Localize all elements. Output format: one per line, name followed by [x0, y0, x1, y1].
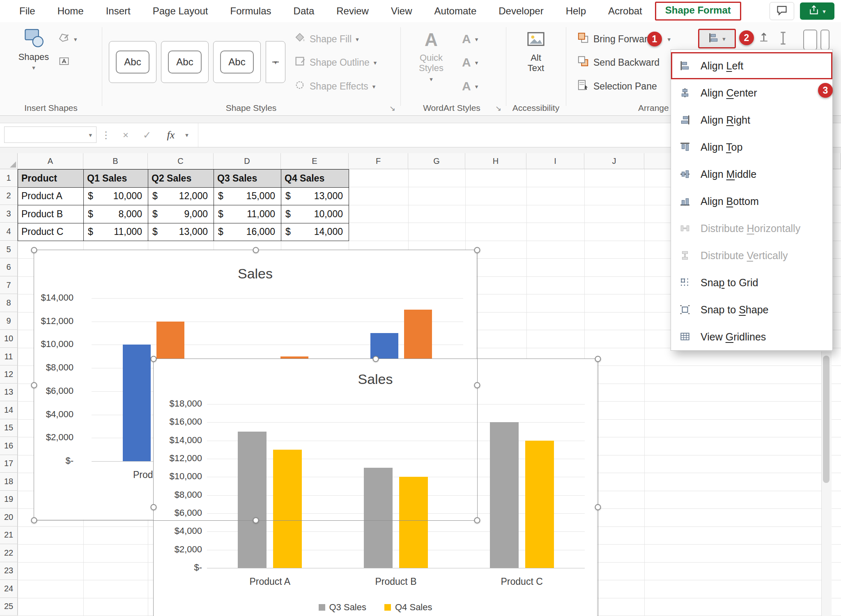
alt-text-button[interactable]: Alt Text [515, 30, 556, 74]
size-width-control[interactable] [820, 30, 830, 50]
size-height-control[interactable] [803, 30, 817, 50]
shapes-button[interactable]: Shapes ▾ [15, 27, 53, 71]
tab-shape-format[interactable]: Shape Format [655, 2, 741, 21]
shape-fill-button[interactable]: Shape Fill ▾ [294, 31, 359, 47]
column-header-I[interactable]: I [526, 153, 584, 169]
text-effects-button[interactable]: A ▾ [462, 78, 478, 94]
row-header-21[interactable]: 21 [0, 526, 18, 544]
tab-review[interactable]: Review [325, 0, 380, 22]
insert-function-button[interactable]: fx [162, 123, 180, 147]
row-header-19[interactable]: 19 [0, 491, 18, 508]
row-header-5[interactable]: 5 [0, 241, 18, 258]
cell-a4[interactable]: Product C [18, 223, 84, 241]
cell-b2[interactable]: $10,000 [84, 188, 148, 206]
column-header-C[interactable]: C [148, 153, 214, 169]
tab-help[interactable]: Help [555, 0, 597, 22]
name-box[interactable]: ▾ [4, 126, 97, 143]
cell-b4[interactable]: $11,000 [84, 223, 148, 241]
tab-automate[interactable]: Automate [423, 0, 488, 22]
column-header-J[interactable]: J [584, 153, 644, 169]
column-header-A[interactable]: A [18, 153, 83, 169]
cell-e1[interactable]: Q4 Sales [281, 170, 349, 188]
edit-shape-button[interactable]: ▾ [57, 31, 77, 47]
dialog-launcher-icon[interactable]: ↘ [389, 104, 395, 113]
cell-d2[interactable]: $15,000 [214, 188, 281, 206]
select-all-corner[interactable] [0, 153, 18, 169]
row-header-7[interactable]: 7 [0, 276, 18, 294]
tab-file[interactable]: File [8, 0, 46, 22]
row-header-9[interactable]: 9 [0, 312, 18, 330]
text-outline-button[interactable]: A ▾ [462, 55, 478, 70]
column-header-G[interactable]: G [408, 153, 465, 169]
chevron-down-icon[interactable]: ▾ [181, 123, 193, 147]
cell-c1[interactable]: Q2 Sales [148, 170, 214, 188]
cell-c2[interactable]: $12,000 [148, 188, 214, 206]
rotate-button[interactable] [758, 30, 770, 46]
cell-e3[interactable]: $10,000 [281, 205, 349, 223]
comments-button[interactable] [770, 2, 794, 20]
cell-b3[interactable]: $8,000 [84, 205, 148, 223]
row-header-8[interactable]: 8 [0, 294, 18, 312]
menu-item-align-middle[interactable]: Align Middle [671, 161, 832, 188]
menu-item-distribute-horizontally[interactable]: Distribute Horizontally [671, 215, 832, 242]
row-header-24[interactable]: 24 [0, 580, 18, 598]
row-header-23[interactable]: 23 [0, 562, 18, 580]
row-header-20[interactable]: 20 [0, 508, 18, 526]
column-header-B[interactable]: B [83, 153, 148, 169]
cell-d4[interactable]: $16,000 [214, 223, 281, 241]
menu-item-align-right[interactable]: Align Right [671, 106, 832, 133]
shape-outline-button[interactable]: Shape Outline ▾ [294, 55, 377, 70]
row-header-11[interactable]: 11 [0, 348, 18, 365]
cell-e4[interactable]: $14,000 [281, 223, 349, 241]
row-header-12[interactable]: 12 [0, 365, 18, 383]
scrollbar-thumb[interactable] [823, 356, 830, 483]
tab-view[interactable]: View [380, 0, 423, 22]
cancel-icon[interactable]: × [117, 123, 135, 147]
column-header-F[interactable]: F [349, 153, 408, 169]
row-header-1[interactable]: 1 [0, 169, 18, 187]
tab-page-layout[interactable]: Page Layout [142, 0, 219, 22]
menu-item-align-top[interactable]: Align Top [671, 133, 832, 161]
formula-bar-grip[interactable]: ⋮ [101, 123, 111, 147]
tab-formulas[interactable]: Formulas [219, 0, 283, 22]
cell-d1[interactable]: Q3 Sales [214, 170, 281, 188]
menu-item-distribute-vertically[interactable]: Distribute Vertically [671, 242, 832, 269]
row-header-22[interactable]: 22 [0, 544, 18, 562]
row-header-17[interactable]: 17 [0, 455, 18, 473]
dialog-launcher-icon[interactable]: ↘ [495, 104, 501, 113]
cell-b1[interactable]: Q1 Sales [84, 170, 148, 188]
row-header-2[interactable]: 2 [0, 187, 18, 205]
row-header-18[interactable]: 18 [0, 473, 18, 490]
text-fill-button[interactable]: A ▾ [462, 31, 478, 47]
row-header-14[interactable]: 14 [0, 401, 18, 419]
row-header-25[interactable]: 25 [0, 598, 18, 616]
cell-d3[interactable]: $11,000 [214, 205, 281, 223]
row-header-3[interactable]: 3 [0, 205, 18, 223]
menu-item-snap-to-shape[interactable]: Snap to Shape [671, 296, 832, 323]
row-header-6[interactable]: 6 [0, 258, 18, 276]
row-header-13[interactable]: 13 [0, 384, 18, 401]
enter-check-icon[interactable]: ✓ [138, 123, 156, 147]
shape-style-thumbnail[interactable]: Abc [213, 41, 261, 83]
cell-c3[interactable]: $9,000 [148, 205, 214, 223]
shape-style-thumbnail[interactable]: Abc [161, 41, 209, 83]
tab-developer[interactable]: Developer [487, 0, 554, 22]
tab-data[interactable]: Data [283, 0, 326, 22]
send-backward-button[interactable]: Send Backward [577, 55, 659, 70]
tab-acrobat[interactable]: Acrobat [597, 0, 653, 22]
shape-styles-gallery-more-button[interactable]: ▾ [266, 41, 285, 83]
menu-item-view-gridlines[interactable]: View Gridlines [671, 323, 832, 350]
column-header-H[interactable]: H [465, 153, 526, 169]
align-objects-button[interactable]: ▾ [698, 29, 736, 48]
menu-item-align-bottom[interactable]: Align Bottom [671, 188, 832, 215]
cell-a3[interactable]: Product B [18, 205, 84, 223]
vertical-scrollbar[interactable] [821, 352, 832, 616]
menu-item-snap-to-grid[interactable]: Snap to Grid [671, 269, 832, 296]
share-button[interactable]: ▾ [800, 2, 834, 20]
shape-style-thumbnail[interactable]: Abc [109, 41, 156, 83]
row-header-16[interactable]: 16 [0, 437, 18, 455]
cell-c4[interactable]: $13,000 [148, 223, 214, 241]
cell-e2[interactable]: $13,000 [281, 188, 349, 206]
shape-effects-button[interactable]: Shape Effects ▾ [294, 78, 375, 94]
menu-item-align-center[interactable]: Align Center [671, 79, 832, 106]
